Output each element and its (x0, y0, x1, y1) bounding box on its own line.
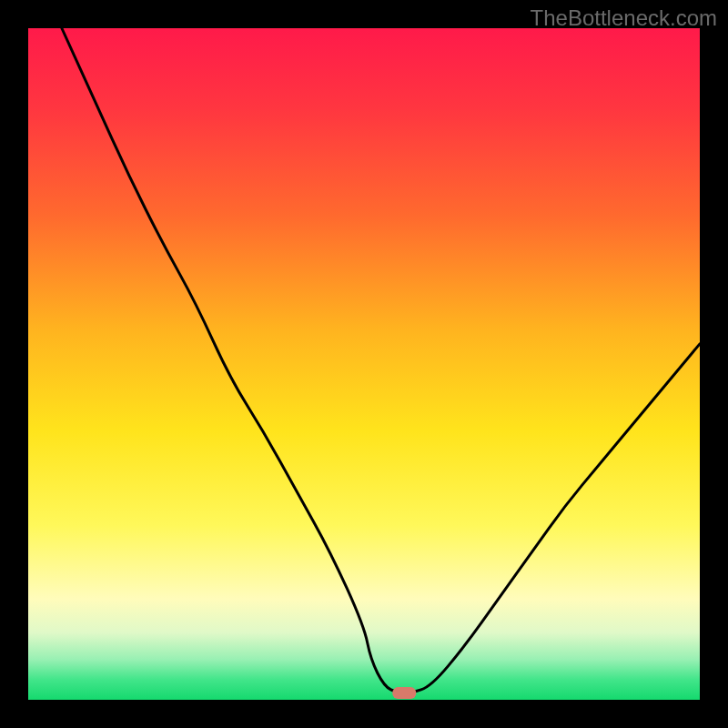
bottleneck-curve-svg (28, 28, 700, 700)
chart-frame: TheBottleneck.com (0, 0, 728, 728)
bottleneck-curve (62, 28, 700, 693)
plot-area (28, 28, 700, 700)
optimal-marker (392, 687, 416, 699)
watermark-text: TheBottleneck.com (531, 5, 717, 31)
